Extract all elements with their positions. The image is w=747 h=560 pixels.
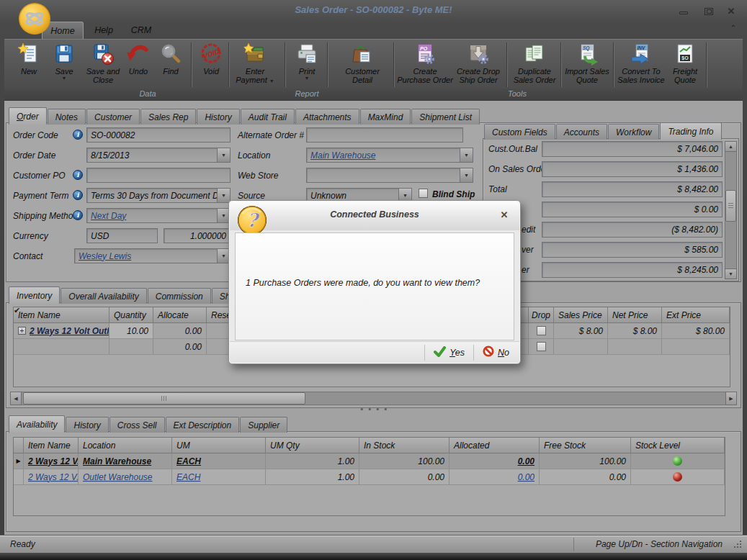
item-name-link[interactable]: 2 Ways 12 V... <box>28 456 79 466</box>
column-header-um[interactable]: UM <box>172 438 266 453</box>
location-dropdown-icon[interactable]: ▼ <box>460 148 473 162</box>
tab-attachments[interactable]: Attachments <box>295 109 359 125</box>
tab-cross-sell[interactable]: Cross Sell <box>109 417 165 433</box>
trading-scroll-up-icon[interactable]: ▲ <box>725 141 737 152</box>
web-store-dropdown-icon[interactable]: ▼ <box>460 168 473 182</box>
order-code-field[interactable]: SO-000082 <box>86 127 231 143</box>
trading-scroll-thumb[interactable] <box>725 190 736 222</box>
location-link[interactable]: Main Warehouse <box>83 456 151 466</box>
um-link[interactable]: EACH <box>176 456 201 466</box>
tab-availability[interactable]: Availability <box>9 415 65 433</box>
no-button[interactable]: No <box>480 344 512 361</box>
column-header-location[interactable]: Location <box>79 438 172 453</box>
tab-availability-history[interactable]: History <box>66 417 108 433</box>
ext-price-cell[interactable] <box>662 339 730 354</box>
tab-customer[interactable]: Customer <box>86 109 140 125</box>
allocate-cell[interactable]: 0.00 <box>153 323 207 338</box>
item-name-link[interactable]: 2 Ways 12 V... <box>28 472 79 482</box>
payment-term-field[interactable]: Terms 30 Days from Document Date▼ <box>86 188 231 203</box>
sales-price-cell[interactable] <box>554 339 608 354</box>
new-button[interactable]: New <box>12 42 46 76</box>
payment-term-info-icon[interactable]: i <box>73 190 83 200</box>
tab-commission[interactable]: Commission <box>148 288 211 304</box>
blind-ship-checkbox[interactable] <box>419 189 428 198</box>
net-price-cell[interactable]: $ 8.00 <box>608 323 662 338</box>
tab-inventory[interactable]: Inventory <box>9 286 60 304</box>
scroll-left-icon[interactable]: ◀ <box>10 392 22 405</box>
quantity-cell[interactable] <box>109 339 153 354</box>
column-header-in-stock[interactable]: In Stock <box>359 438 449 453</box>
save-dropdown-caret[interactable]: ▼ <box>62 76 67 81</box>
tab-shipment-list[interactable]: Shipment List <box>411 109 480 125</box>
tab-sales-rep[interactable]: Sales Rep <box>140 109 196 125</box>
drop-checkbox[interactable] <box>537 326 546 335</box>
allocate-cell[interactable]: 0.00 <box>153 339 207 354</box>
tab-history[interactable]: History <box>197 109 239 125</box>
location-link[interactable]: Main Warehouse <box>307 148 460 162</box>
tab-ext-description[interactable]: Ext Description <box>166 417 240 433</box>
enter-payment-button[interactable]: Enter Payment ▼ <box>231 42 279 85</box>
item-name-link[interactable]: 2 Ways 12 Volt Outlet... <box>30 326 109 336</box>
contact-link[interactable]: Wesley Lewis <box>75 249 217 263</box>
tab-audit-trail[interactable]: Audit Trail <box>241 109 295 125</box>
location-field[interactable]: Main Warehouse▼ <box>306 148 473 163</box>
tab-overall-availability[interactable]: Overall Availability <box>61 288 146 304</box>
tab-maxmind[interactable]: MaxMind <box>360 109 411 125</box>
currency-rate-field[interactable]: 1.000000 <box>164 228 231 243</box>
ribbon-tab-crm[interactable]: CRM <box>122 22 160 39</box>
order-date-dropdown-icon[interactable]: ▼ <box>217 148 230 162</box>
create-drop-ship-order-button[interactable]: Create Drop Ship Order <box>451 42 506 85</box>
void-button[interactable]: VOID Void <box>194 42 228 76</box>
quantity-cell[interactable]: 10.00 <box>109 323 153 338</box>
app-logo-icon[interactable] <box>17 1 52 36</box>
availability-row[interactable]: ▶ 2 Ways 12 V... Main Warehouse EACH 1.0… <box>14 453 725 469</box>
tab-workflow[interactable]: Workflow <box>608 124 659 140</box>
customer-po-field[interactable] <box>86 168 231 183</box>
duplicate-sales-order-button[interactable]: Duplicate Sales Order <box>509 42 560 85</box>
column-header-quantity[interactable]: Quantity <box>109 307 153 322</box>
column-header-item-name[interactable]: Item Name <box>14 307 109 322</box>
drop-checkbox[interactable] <box>537 342 546 351</box>
customer-po-info-icon[interactable]: i <box>73 170 83 180</box>
um-link[interactable]: EACH <box>176 472 200 482</box>
ribbon-tab-help[interactable]: Help <box>86 22 121 39</box>
minimize-button[interactable] <box>676 6 692 16</box>
shipping-method-info-icon[interactable]: i <box>73 210 83 220</box>
ribbon-collapse-icon[interactable]: ⌃ <box>726 24 741 34</box>
restore-button[interactable] <box>701 6 717 16</box>
column-header-drop[interactable]: Drop <box>529 307 554 322</box>
undo-button[interactable]: Undo <box>121 42 156 76</box>
import-sales-quote-button[interactable]: SQ Import Sales Quote <box>563 42 612 85</box>
sales-price-cell[interactable]: $ 8.00 <box>554 323 608 338</box>
customer-detail-button[interactable]: Customer Detail <box>334 42 390 85</box>
column-header-ext-price[interactable]: Ext Price <box>662 307 730 322</box>
tab-order[interactable]: Order <box>9 107 47 125</box>
find-button[interactable]: Find <box>153 42 188 76</box>
tab-supplier[interactable]: Supplier <box>240 417 287 433</box>
column-header-stock-level[interactable]: Stock Level <box>631 438 725 453</box>
column-header-net-price[interactable]: Net Price <box>608 307 662 322</box>
expand-row-icon[interactable]: + <box>18 327 26 335</box>
shipping-method-field[interactable]: Next Day▼ <box>86 208 231 223</box>
freight-quote-button[interactable]: $O Freight Quote <box>667 42 703 85</box>
tab-accounts[interactable]: Accounts <box>556 124 607 140</box>
item-name-cell[interactable] <box>14 339 109 354</box>
column-header-um-qty[interactable]: UM Qty <box>266 438 359 453</box>
shipping-method-link[interactable]: Next Day <box>87 209 217 222</box>
availability-row[interactable]: 2 Ways 12 V... Outlet Warehouse EACH 1.0… <box>14 469 725 485</box>
tab-trading-info[interactable]: Trading Info <box>660 122 721 140</box>
ext-price-cell[interactable]: $ 80.00 <box>662 323 730 338</box>
column-header-allocate[interactable]: Allocate <box>153 307 207 322</box>
tab-custom-fields[interactable]: Custom Fields <box>484 124 555 140</box>
column-header-allocated[interactable]: Allocated <box>449 438 540 453</box>
contact-field[interactable]: Wesley Lewis▼ <box>74 248 231 263</box>
column-header-free-stock[interactable]: Free Stock <box>540 438 631 453</box>
save-and-close-button[interactable]: Save and Close <box>81 42 125 85</box>
column-header-sales-price[interactable]: Sales Price <box>554 307 608 322</box>
payment-term-dropdown-icon[interactable]: ▼ <box>217 189 230 202</box>
create-purchase-order-button[interactable]: PO Create Purchase Order <box>396 42 454 85</box>
print-button[interactable]: Print ▼ <box>290 42 324 81</box>
net-price-cell[interactable] <box>608 339 662 354</box>
enter-payment-dropdown-caret[interactable]: ▼ <box>269 78 274 83</box>
yes-button[interactable]: Yes <box>431 345 468 361</box>
